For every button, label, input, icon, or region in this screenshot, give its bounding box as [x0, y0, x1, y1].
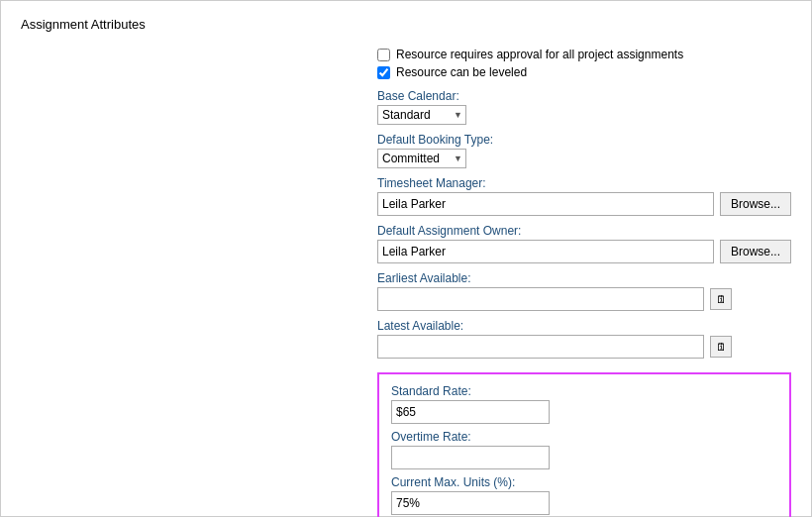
assignment-owner-browse-button[interactable]: Browse...	[720, 240, 791, 263]
latest-available-row: 🗓	[377, 335, 791, 359]
overtime-rate-group: Overtime Rate:	[391, 430, 777, 469]
earliest-available-group: Earliest Available: 🗓	[377, 271, 791, 311]
latest-available-input[interactable]	[377, 335, 704, 359]
booking-type-select[interactable]: Committed Proposed	[377, 149, 466, 168]
leveled-checkbox-row: Resource can be leveled	[377, 65, 791, 79]
standard-rate-input[interactable]	[391, 400, 550, 424]
timesheet-manager-label: Timesheet Manager:	[377, 176, 791, 190]
latest-available-calendar-button[interactable]: 🗓	[710, 336, 732, 358]
booking-type-group: Default Booking Type: Committed Proposed…	[377, 133, 791, 168]
earliest-available-input[interactable]	[377, 287, 704, 311]
assignment-owner-group: Default Assignment Owner: Browse...	[377, 224, 791, 263]
calendar-icon-2: 🗓	[716, 341, 727, 353]
page-title: Assignment Attributes	[21, 17, 791, 32]
rates-highlighted-box: Standard Rate: Overtime Rate: Current Ma…	[377, 372, 791, 517]
timesheet-manager-row: Browse...	[377, 192, 791, 216]
timesheet-manager-browse-button[interactable]: Browse...	[720, 192, 791, 216]
timesheet-manager-group: Timesheet Manager: Browse...	[377, 176, 791, 216]
latest-available-group: Latest Available: 🗓	[377, 319, 791, 359]
content-area: Resource requires approval for all proje…	[377, 48, 791, 517]
standard-rate-label: Standard Rate:	[391, 384, 777, 398]
booking-type-label: Default Booking Type:	[377, 133, 791, 147]
base-calendar-group: Base Calendar: Standard Night Shift 24 H…	[377, 89, 791, 125]
timesheet-manager-input[interactable]	[377, 192, 714, 216]
approval-checkbox[interactable]	[377, 49, 390, 61]
earliest-available-calendar-button[interactable]: 🗓	[710, 288, 732, 310]
assignment-owner-label: Default Assignment Owner:	[377, 224, 791, 238]
overtime-rate-input[interactable]	[391, 446, 550, 469]
earliest-available-label: Earliest Available:	[377, 271, 791, 285]
assignment-owner-row: Browse...	[377, 240, 791, 263]
base-calendar-select[interactable]: Standard Night Shift 24 Hours	[377, 105, 466, 125]
base-calendar-label: Base Calendar:	[377, 89, 791, 103]
assignment-owner-input[interactable]	[377, 240, 714, 263]
leveled-label: Resource can be leveled	[396, 65, 527, 79]
standard-rate-group: Standard Rate:	[391, 384, 777, 424]
approval-label: Resource requires approval for all proje…	[396, 48, 683, 61]
leveled-checkbox[interactable]	[377, 66, 390, 79]
latest-available-label: Latest Available:	[377, 319, 791, 333]
earliest-available-row: 🗓	[377, 287, 791, 311]
overtime-rate-label: Overtime Rate:	[391, 430, 777, 444]
current-max-units-group: Current Max. Units (%):	[391, 475, 777, 515]
base-calendar-select-wrapper: Standard Night Shift 24 Hours ▼	[377, 105, 466, 125]
calendar-icon: 🗓	[716, 293, 727, 305]
assignment-attributes-panel: Assignment Attributes Resource requires …	[0, 0, 812, 517]
approval-checkbox-row: Resource requires approval for all proje…	[377, 48, 791, 61]
current-max-units-input[interactable]	[391, 491, 550, 515]
current-max-units-label: Current Max. Units (%):	[391, 475, 777, 489]
booking-type-select-wrapper: Committed Proposed ▼	[377, 149, 466, 168]
